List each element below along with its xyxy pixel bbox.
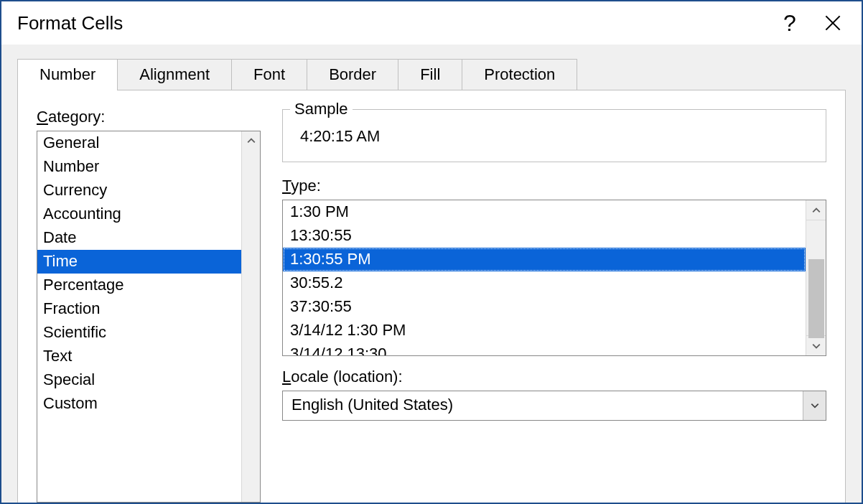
category-item-time[interactable]: Time — [37, 250, 241, 274]
close-icon — [825, 15, 841, 31]
type-item[interactable]: 1:30 PM — [283, 200, 806, 224]
tab-font[interactable]: Font — [231, 59, 307, 90]
format-cells-dialog: Format Cells ? Number Alignment Font Bor… — [0, 0, 863, 504]
category-column: Category: General Number Currency Accoun… — [37, 108, 261, 503]
locale-label: Locale (location): — [282, 368, 826, 386]
category-item-custom[interactable]: Custom — [37, 392, 241, 416]
type-item[interactable]: 3/14/12 13:30 — [283, 342, 806, 355]
type-listbox[interactable]: 1:30 PM 13:30:55 1:30:55 PM 30:55.2 37:3… — [282, 200, 826, 356]
category-label: Category: — [37, 108, 261, 126]
type-label: Type: — [282, 177, 826, 195]
type-item[interactable]: 1:30:55 PM — [283, 248, 806, 271]
type-item[interactable]: 37:30:55 — [283, 295, 806, 319]
chevron-up-icon[interactable] — [242, 131, 260, 150]
titlebar: Format Cells ? — [1, 1, 862, 45]
tab-protection[interactable]: Protection — [462, 59, 577, 90]
type-items: 1:30 PM 13:30:55 1:30:55 PM 30:55.2 37:3… — [283, 200, 806, 355]
help-icon: ? — [783, 10, 796, 37]
close-button[interactable] — [811, 1, 854, 45]
category-listbox[interactable]: General Number Currency Accounting Date … — [37, 131, 261, 503]
locale-value: English (United States) — [283, 391, 803, 420]
chevron-up-icon[interactable] — [806, 200, 826, 220]
category-scrollbar[interactable] — [241, 131, 260, 502]
type-scrollbar[interactable] — [806, 200, 826, 355]
tab-border[interactable]: Border — [307, 59, 398, 90]
type-item[interactable]: 3/14/12 1:30 PM — [283, 319, 806, 342]
dialog-client-area: Number Alignment Font Border Fill Protec… — [1, 45, 862, 503]
tab-fill[interactable]: Fill — [398, 59, 462, 90]
category-item-number[interactable]: Number — [37, 155, 241, 179]
category-item-general[interactable]: General — [37, 131, 241, 155]
sample-fieldset: Sample 4:20:15 AM — [282, 109, 826, 162]
chevron-down-icon[interactable] — [806, 335, 826, 355]
category-item-accounting[interactable]: Accounting — [37, 202, 241, 226]
category-item-percentage[interactable]: Percentage — [37, 274, 241, 297]
tab-number[interactable]: Number — [17, 59, 118, 90]
category-item-currency[interactable]: Currency — [37, 179, 241, 202]
category-item-special[interactable]: Special — [37, 368, 241, 392]
dialog-title: Format Cells — [17, 12, 768, 34]
category-item-text[interactable]: Text — [37, 345, 241, 368]
sample-label: Sample — [290, 100, 353, 118]
chevron-down-icon — [810, 401, 820, 411]
type-item[interactable]: 13:30:55 — [283, 224, 806, 248]
category-item-fraction[interactable]: Fraction — [37, 297, 241, 321]
sample-value: 4:20:15 AM — [296, 127, 813, 146]
options-column: Sample 4:20:15 AM Type: 1:30 PM 13:30:55… — [282, 108, 826, 503]
tab-panel-number: Category: General Number Currency Accoun… — [17, 90, 846, 503]
type-item[interactable]: 30:55.2 — [283, 271, 806, 295]
tab-strip: Number Alignment Font Border Fill Protec… — [17, 59, 846, 90]
help-button[interactable]: ? — [768, 1, 811, 45]
tab-alignment[interactable]: Alignment — [117, 59, 232, 90]
category-item-scientific[interactable]: Scientific — [37, 321, 241, 345]
scrollbar-thumb[interactable] — [808, 259, 824, 338]
category-item-date[interactable]: Date — [37, 226, 241, 250]
locale-combobox[interactable]: English (United States) — [282, 391, 826, 421]
locale-dropdown-button[interactable] — [803, 391, 826, 420]
category-items: General Number Currency Accounting Date … — [37, 131, 241, 502]
